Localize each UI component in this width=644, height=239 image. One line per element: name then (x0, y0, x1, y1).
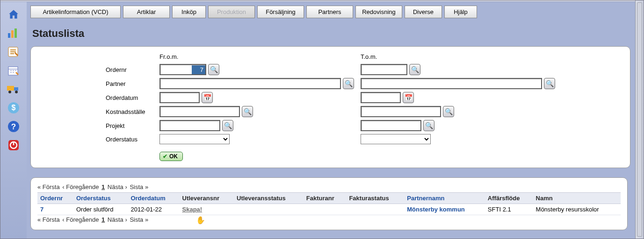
th-orderstatus[interactable]: Orderstatus (73, 193, 128, 204)
svg-rect-6 (7, 86, 14, 91)
calendar-orderdatum-to[interactable]: 📅 (403, 92, 414, 103)
search-icon: 🔍 (210, 66, 218, 73)
search-icon: 🔍 (425, 122, 433, 129)
cell-affarsflode: SFTI 2.1 (485, 204, 533, 215)
svg-text:?: ? (11, 122, 16, 131)
label-projekt: Projekt (106, 122, 159, 129)
select-orderstatus-to[interactable] (361, 134, 431, 144)
pager-last[interactable]: Sista » (130, 216, 148, 223)
th-namn: Namn (533, 193, 621, 204)
select-orderstatus-from[interactable] (159, 134, 230, 144)
calendar-icon: 📅 (203, 94, 211, 101)
vertical-scrollbar[interactable] (635, 0, 644, 239)
calendar-edit-icon[interactable] (6, 63, 22, 77)
input-kostnad-from[interactable] (159, 106, 240, 117)
chart-icon[interactable] (6, 26, 22, 40)
svg-point-8 (8, 91, 11, 93)
lookup-ordernr-from[interactable]: 🔍 (208, 64, 219, 75)
svg-rect-0 (8, 33, 10, 38)
input-orderdatum-to[interactable] (361, 92, 401, 103)
pager-top: « Första ‹ Föregående 1 Nästa › Sista » (37, 183, 621, 190)
power-icon[interactable] (6, 138, 22, 152)
tab-hjalp[interactable]: Hjälp (444, 6, 477, 18)
th-fakturanr: Fakturanr (304, 193, 347, 204)
search-icon: 🔍 (345, 80, 353, 87)
tab-inkop[interactable]: Inköp (172, 6, 206, 18)
input-partner-to[interactable] (361, 78, 542, 89)
cell-namn: Mönsterby resursskolor (533, 204, 621, 215)
search-icon: 🔍 (224, 122, 232, 129)
input-ordernr-to[interactable] (361, 64, 407, 75)
cell-utleveransnr-create-link[interactable]: Skapa! (182, 206, 203, 213)
lookup-kostnad-from[interactable]: 🔍 (242, 106, 253, 117)
pager-current: 1 (101, 183, 105, 190)
help-icon[interactable]: ? (6, 120, 22, 134)
label-orderstatus: Orderstatus (106, 136, 159, 143)
input-ordernr-from[interactable] (159, 64, 206, 75)
cell-partnernamn[interactable]: Mönsterby kommun (407, 206, 465, 213)
pager-first[interactable]: « Första (37, 216, 60, 223)
pager-next[interactable]: Nästa › (108, 183, 127, 190)
tab-partners[interactable]: Partners (306, 6, 353, 18)
input-kostnad-to[interactable] (361, 106, 441, 117)
calendar-orderdatum-from[interactable]: 📅 (202, 92, 213, 103)
home-icon[interactable] (6, 7, 22, 21)
pager-bottom: « Första ‹ Föregående 1 Nästa › Sista » (37, 216, 621, 223)
table-row: 7 Order slutförd 2012-01-22 Skapa! Mönst… (37, 204, 621, 215)
column-header-from: Fr.o.m. (159, 53, 361, 61)
tab-redovisning[interactable]: Redovisning (355, 6, 402, 18)
th-orderdatum[interactable]: Orderdatum (128, 193, 179, 204)
search-icon: 🔍 (546, 80, 554, 87)
input-orderdatum-from[interactable] (159, 92, 200, 103)
th-utleveransstatus: Utleveransstatus (234, 193, 304, 204)
label-kostnadsstalle: Kostnadsställe (106, 108, 159, 115)
lookup-partner-from[interactable]: 🔍 (343, 78, 354, 89)
lookup-projekt-from[interactable]: 🔍 (222, 120, 233, 131)
svg-point-9 (15, 91, 18, 93)
pager-last[interactable]: Sista » (130, 183, 148, 190)
sidebar: $ ? (0, 2, 27, 239)
svg-rect-1 (11, 30, 14, 38)
svg-text:$: $ (12, 104, 16, 112)
edit-note-icon[interactable] (6, 45, 22, 59)
tab-produktion[interactable]: Produktion (208, 6, 255, 18)
ok-button[interactable]: ✔ OK (159, 152, 183, 161)
pager-first[interactable]: « Första (37, 183, 60, 190)
filter-panel: Fr.o.m. T.o.m. Ordernr 🔍 🔍 Partner � (30, 46, 630, 168)
pager-next[interactable]: Nästa › (108, 216, 127, 223)
cell-ordernr[interactable]: 7 (40, 206, 43, 213)
lookup-partner-to[interactable]: 🔍 (544, 78, 555, 89)
svg-rect-4 (8, 67, 18, 75)
lookup-projekt-to[interactable]: 🔍 (423, 120, 434, 131)
pager-prev[interactable]: ‹ Föregående (62, 216, 99, 223)
th-partnernamn[interactable]: Partnernamn (404, 193, 485, 204)
input-projekt-to[interactable] (361, 120, 421, 131)
label-ordernr: Ordernr (106, 66, 159, 73)
ok-label: OK (169, 153, 178, 160)
th-affarsflode: Affärsflöde (485, 193, 533, 204)
table-header-row: Ordernr Orderstatus Orderdatum Utleveran… (37, 193, 621, 204)
th-utleveransnr: Utleveransnr (180, 193, 234, 204)
pager-current: 1 (101, 216, 105, 223)
page-title: Statuslista (32, 28, 630, 40)
pager-prev[interactable]: ‹ Föregående (62, 183, 99, 190)
lookup-kostnad-to[interactable]: 🔍 (443, 106, 454, 117)
tab-diverse[interactable]: Diverse (405, 6, 442, 18)
tab-artikelinformation[interactable]: Artikelinformation (VCD) (30, 6, 121, 18)
results-table: Ordernr Orderstatus Orderdatum Utleveran… (37, 192, 621, 215)
tab-forsaljning[interactable]: Försäljning (257, 6, 304, 18)
input-projekt-from[interactable] (159, 120, 220, 131)
check-icon: ✔ (163, 153, 167, 160)
results-panel: « Första ‹ Föregående 1 Nästa › Sista » … (30, 177, 628, 230)
truck-icon[interactable] (6, 82, 22, 96)
label-partner: Partner (106, 80, 159, 87)
input-partner-from[interactable] (159, 78, 341, 89)
tab-artiklar[interactable]: Artiklar (123, 6, 170, 18)
th-fakturastatus: Fakturastatus (346, 193, 404, 204)
cell-utleveransstatus (234, 204, 304, 215)
th-ordernr[interactable]: Ordernr (37, 193, 73, 204)
cell-orderdatum: 2012-01-22 (128, 204, 179, 215)
money-icon[interactable]: $ (6, 101, 22, 115)
calendar-icon: 📅 (405, 94, 412, 101)
lookup-ordernr-to[interactable]: 🔍 (409, 64, 420, 75)
